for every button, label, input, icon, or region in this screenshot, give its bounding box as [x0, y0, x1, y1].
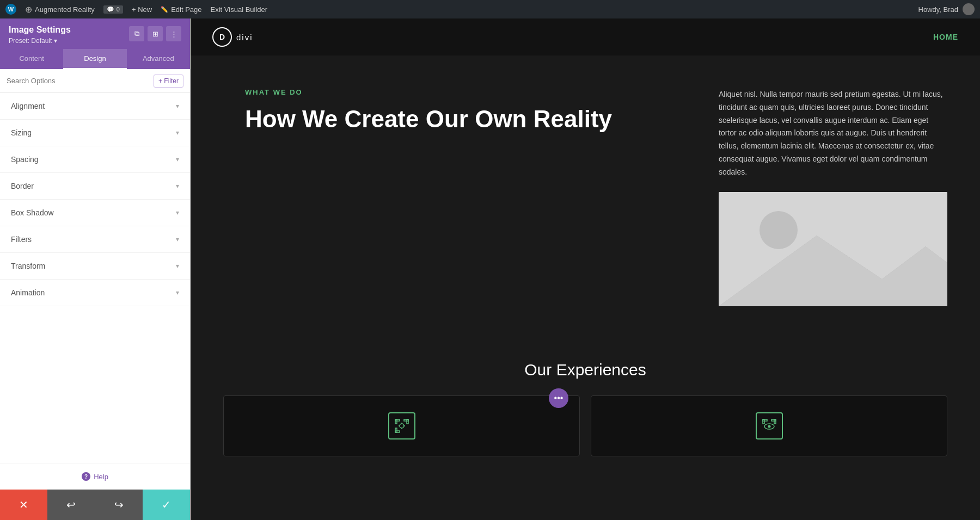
search-input[interactable] — [7, 77, 154, 85]
copy-icon-btn[interactable]: ⧉ — [129, 26, 144, 41]
placeholder-svg — [719, 192, 947, 306]
option-transform-label: Transform — [11, 262, 45, 270]
exp-card-2 — [591, 395, 947, 456]
site-name-label: Augmented Reality — [35, 5, 95, 14]
option-border[interactable]: Border ▾ — [0, 173, 190, 200]
exit-builder-item[interactable]: Exit Visual Builder — [211, 5, 268, 14]
option-filters-label: Filters — [11, 235, 32, 244]
option-box-shadow-label: Box Shadow — [11, 208, 54, 217]
globe-icon: ⊕ — [25, 4, 32, 15]
help-section[interactable]: ? Help — [0, 463, 190, 490]
svg-rect-7 — [407, 419, 408, 424]
hero-subtitle: WHAT WE DO — [245, 88, 686, 96]
edit-page-label: Edit Page — [171, 5, 201, 14]
svg-rect-16 — [763, 419, 764, 424]
layout-icon-btn[interactable]: ⊞ — [148, 26, 163, 41]
close-button[interactable]: ✕ — [0, 490, 47, 520]
admin-bar: W ⊕ Augmented Reality 💬 0 + New ✏️ Edit … — [0, 0, 980, 18]
experiences-cards: ••• — [223, 395, 947, 456]
wp-logo-icon: W — [5, 4, 16, 15]
option-animation-label: Animation — [11, 288, 45, 297]
help-circle-icon: ? — [82, 472, 90, 481]
option-box-shadow[interactable]: Box Shadow ▾ — [0, 200, 190, 226]
svg-rect-5 — [395, 419, 397, 424]
comment-icon: 💬 — [107, 6, 114, 13]
svg-rect-9 — [395, 428, 397, 432]
option-sizing-label: Sizing — [11, 128, 32, 137]
user-avatar — [963, 3, 975, 15]
experiences-title: Our Experiences — [223, 361, 947, 379]
hero-left: WHAT WE DO How We Create Our Own Reality — [245, 88, 686, 306]
tab-advanced-label: Advanced — [143, 54, 174, 63]
option-spacing-label: Spacing — [11, 155, 39, 164]
undo-button[interactable]: ↩ — [47, 490, 95, 520]
alignment-chevron-icon: ▾ — [176, 102, 179, 110]
redo-icon: ↪ — [114, 498, 124, 511]
new-item[interactable]: + New — [132, 5, 152, 14]
tab-design[interactable]: Design — [63, 49, 126, 69]
exp-card-2-icon — [756, 412, 783, 439]
save-button[interactable]: ✓ — [143, 490, 190, 520]
more-icon: ⋮ — [170, 30, 177, 38]
pencil-icon: ✏️ — [161, 6, 168, 13]
help-label: Help — [94, 473, 108, 481]
edit-page-item[interactable]: ✏️ Edit Page — [161, 5, 201, 14]
more-icon-btn[interactable]: ⋮ — [166, 26, 181, 41]
hero-section: WHAT WE DO How We Create Our Own Reality… — [191, 55, 980, 339]
undo-icon: ↩ — [66, 498, 76, 511]
sidebar-tabs: Content Design Advanced — [0, 49, 190, 69]
tab-content-label: Content — [19, 54, 44, 63]
preset-chevron-icon: ▾ — [54, 37, 57, 45]
exp-card-1-bubble[interactable]: ••• — [549, 388, 568, 408]
ar-target-svg — [394, 418, 409, 434]
sidebar-preset[interactable]: Preset: Default ▾ — [9, 37, 71, 45]
option-spacing[interactable]: Spacing ▾ — [0, 146, 190, 173]
border-chevron-icon: ▾ — [176, 182, 179, 190]
sidebar: Image Settings Preset: Default ▾ ⧉ ⊞ ⋮ — [0, 18, 191, 520]
filter-label: + Filter — [158, 77, 179, 85]
box-shadow-chevron-icon: ▾ — [176, 209, 179, 216]
nav-home[interactable]: HOME — [933, 33, 958, 41]
layout-icon: ⊞ — [152, 30, 158, 38]
search-bar: + Filter — [0, 69, 190, 93]
site-logo: D divi — [212, 27, 253, 47]
svg-point-10 — [400, 424, 404, 428]
content-area: D divi HOME WHAT WE DO How We Create Our… — [191, 18, 980, 520]
copy-icon: ⧉ — [134, 29, 139, 38]
comment-count: 0 — [117, 6, 120, 13]
option-alignment-label: Alignment — [11, 102, 45, 110]
tab-content[interactable]: Content — [0, 49, 63, 69]
option-animation[interactable]: Animation ▾ — [0, 280, 190, 306]
redo-button[interactable]: ↪ — [95, 490, 143, 520]
logo-circle: D — [212, 27, 232, 47]
dots-icon: ••• — [554, 393, 564, 403]
comments-item[interactable]: 💬 0 — [103, 5, 123, 14]
close-icon: ✕ — [19, 498, 28, 511]
svg-point-1 — [759, 211, 798, 249]
hero-right: Aliquet nisl. Nulla tempor mauris sed pr… — [719, 88, 947, 306]
wp-logo-item[interactable]: W — [5, 4, 16, 15]
option-alignment[interactable]: Alignment ▾ — [0, 93, 190, 120]
save-icon: ✓ — [162, 498, 171, 511]
main-layout: Image Settings Preset: Default ▾ ⧉ ⊞ ⋮ — [0, 18, 980, 520]
site-name-item[interactable]: ⊕ Augmented Reality — [25, 4, 95, 15]
animation-chevron-icon: ▾ — [176, 289, 179, 296]
vr-icon-svg — [762, 418, 777, 434]
option-filters[interactable]: Filters ▾ — [0, 226, 190, 253]
option-transform[interactable]: Transform ▾ — [0, 253, 190, 280]
option-sizing[interactable]: Sizing ▾ — [0, 120, 190, 146]
hero-image — [719, 192, 947, 306]
tab-advanced[interactable]: Advanced — [127, 49, 190, 69]
preset-label: Preset: Default — [9, 37, 52, 45]
filters-chevron-icon: ▾ — [176, 236, 179, 243]
options-list: Alignment ▾ Sizing ▾ Spacing ▾ Border ▾ … — [0, 93, 190, 463]
admin-bar-right: Howdy, Brad — [918, 3, 975, 15]
svg-point-20 — [768, 425, 770, 428]
sidebar-header: Image Settings Preset: Default ▾ ⧉ ⊞ ⋮ — [0, 18, 190, 49]
exp-card-1: ••• — [223, 395, 580, 456]
filter-button[interactable]: + Filter — [154, 75, 183, 88]
hero-body-text: Aliquet nisl. Nulla tempor mauris sed pr… — [719, 88, 947, 179]
svg-rect-18 — [774, 419, 776, 424]
experiences-section: Our Experiences — [191, 339, 980, 478]
option-border-label: Border — [11, 182, 34, 190]
